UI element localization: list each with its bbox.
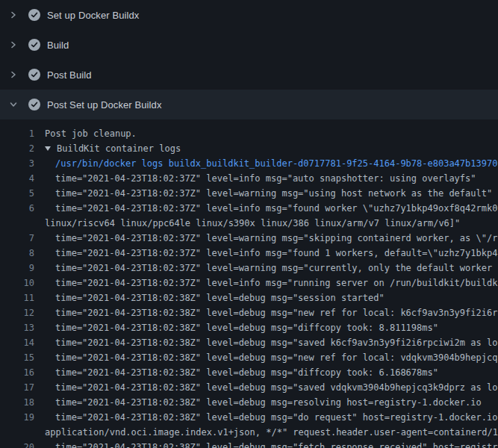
line-number-link[interactable]: 11 [0, 290, 34, 305]
check-circle-icon [28, 99, 40, 111]
log-line-content: time="2021-04-23T18:02:38Z" level=debug … [45, 440, 498, 448]
log-text: time="2021-04-23T18:02:37Z" level=warnin… [55, 188, 492, 199]
log-text: time="2021-04-23T18:02:37Z" level=warnin… [55, 263, 498, 273]
log-line-content: time="2021-04-23T18:02:37Z" level=warnin… [45, 261, 498, 276]
check-circle-icon [28, 39, 40, 51]
line-number-link[interactable]: 18 [0, 395, 34, 410]
chevron-right-icon[interactable] [9, 40, 18, 49]
step-label: Set up Docker Buildx [47, 10, 139, 21]
log-line-content: application/vnd.oci.image.index.v1+json,… [45, 425, 498, 440]
log-line-content: time="2021-04-23T18:02:38Z" level=debug … [45, 335, 498, 350]
log-line-content: BuildKit container logs [45, 141, 498, 156]
log-line: 1 Post job cleanup. [0, 126, 498, 141]
line-number-link[interactable]: 5 [0, 186, 34, 201]
log-text: linux/riscv64 linux/ppc64le linux/s390x … [45, 218, 460, 228]
log-line-content: /usr/bin/docker logs buildx_buildkit_bui… [45, 156, 498, 171]
log-line: linux/riscv64 linux/ppc64le linux/s390x … [0, 216, 498, 231]
log-line-content: time="2021-04-23T18:02:38Z" level=debug … [45, 290, 498, 305]
line-number-link[interactable]: 20 [0, 440, 34, 448]
log-line: 15 time="2021-04-23T18:02:38Z" level=deb… [0, 350, 498, 365]
log-text: time="2021-04-23T18:02:38Z" level=debug … [55, 412, 498, 423]
line-number-link[interactable]: 12 [0, 305, 34, 320]
log-line-content: time="2021-04-23T18:02:37Z" level=warnin… [45, 186, 498, 201]
log-line-content: time="2021-04-23T18:02:37Z" level=warnin… [45, 231, 498, 246]
line-number-link[interactable]: 13 [0, 320, 34, 335]
log-line: 2 BuildKit container logs [0, 141, 498, 156]
log-line: 9 time="2021-04-23T18:02:37Z" level=warn… [0, 261, 498, 276]
log-line: 11 time="2021-04-23T18:02:38Z" level=deb… [0, 290, 498, 305]
line-number-link[interactable]: 10 [0, 276, 34, 290]
log-line: 5 time="2021-04-23T18:02:37Z" level=warn… [0, 186, 498, 201]
log-text: time="2021-04-23T18:02:38Z" level=debug … [55, 293, 385, 303]
check-circle-icon [28, 9, 40, 21]
line-number-link[interactable]: 9 [0, 261, 34, 276]
chevron-down-icon[interactable] [9, 100, 18, 109]
log-line: 19 time="2021-04-23T18:02:38Z" level=deb… [0, 410, 498, 425]
log-line: 7 time="2021-04-23T18:02:37Z" level=warn… [0, 231, 498, 246]
log-line-content: time="2021-04-23T18:02:38Z" level=debug … [45, 365, 498, 380]
log-text: time="2021-04-23T18:02:38Z" level=debug … [55, 367, 438, 378]
log-text: time="2021-04-23T18:02:38Z" level=debug … [55, 442, 498, 448]
log-text: time="2021-04-23T18:02:38Z" level=debug … [55, 323, 438, 333]
step-header[interactable]: Post Set up Docker Buildx [0, 90, 498, 119]
step-header[interactable]: Post Build [0, 60, 498, 90]
log-line: 3 /usr/bin/docker logs buildx_buildkit_b… [0, 156, 498, 171]
chevron-right-icon[interactable] [9, 10, 18, 19]
line-number-link[interactable]: 4 [0, 171, 34, 186]
log-line: 16 time="2021-04-23T18:02:38Z" level=deb… [0, 365, 498, 380]
line-number-link[interactable]: 2 [0, 141, 34, 156]
log-text: time="2021-04-23T18:02:37Z" level=warnin… [55, 233, 498, 243]
line-number-link[interactable]: 1 [0, 126, 34, 141]
step-header[interactable]: Build [0, 30, 498, 60]
step-label: Post Set up Docker Buildx [47, 99, 162, 111]
log-text: time="2021-04-23T18:02:38Z" level=debug … [55, 397, 482, 408]
chevron-right-icon[interactable] [9, 70, 18, 79]
log-line-content: time="2021-04-23T18:02:37Z" level=info m… [45, 246, 498, 261]
log-line: application/vnd.oci.image.index.v1+json,… [0, 425, 498, 440]
step-label: Post Build [47, 69, 92, 81]
workflow-log-viewer: Set up Docker Buildx Build P [0, 0, 498, 448]
line-number-link[interactable]: 7 [0, 231, 34, 246]
log-line-content: time="2021-04-23T18:02:37Z" level=info m… [45, 276, 498, 290]
log-line: 8 time="2021-04-23T18:02:37Z" level=info… [0, 246, 498, 261]
line-number-link[interactable]: 19 [0, 410, 34, 425]
line-number-link[interactable]: 17 [0, 380, 34, 395]
line-number-link[interactable]: 14 [0, 335, 34, 350]
log-line-content: time="2021-04-23T18:02:37Z" level=info m… [45, 171, 498, 186]
log-line-content: Post job cleanup. [45, 126, 498, 141]
log-line: 17 time="2021-04-23T18:02:38Z" level=deb… [0, 380, 498, 395]
line-number-link[interactable]: 3 [0, 156, 34, 171]
log-line: 10 time="2021-04-23T18:02:37Z" level=inf… [0, 276, 498, 290]
log-line: 14 time="2021-04-23T18:02:38Z" level=deb… [0, 335, 498, 350]
log-text: time="2021-04-23T18:02:37Z" level=info m… [55, 203, 498, 214]
check-circle-icon [28, 69, 40, 81]
step-header[interactable]: Set up Docker Buildx [0, 0, 498, 30]
log-text: time="2021-04-23T18:02:37Z" level=info m… [55, 248, 498, 258]
log-line-content: time="2021-04-23T18:02:38Z" level=debug … [45, 305, 498, 320]
group-triangle-down-icon[interactable] [45, 146, 51, 151]
line-number-link[interactable]: 16 [0, 365, 34, 380]
steps-list: Set up Docker Buildx Build P [0, 0, 498, 119]
line-number-link[interactable] [0, 216, 34, 231]
log-text: application/vnd.oci.image.index.v1+json,… [45, 427, 498, 438]
log-text: time="2021-04-23T18:02:37Z" level=info m… [55, 278, 498, 288]
log-line-content: linux/riscv64 linux/ppc64le linux/s390x … [45, 216, 498, 231]
log-text: time="2021-04-23T18:02:38Z" level=debug … [55, 337, 498, 348]
log-line: 13 time="2021-04-23T18:02:38Z" level=deb… [0, 320, 498, 335]
log-line: 18 time="2021-04-23T18:02:38Z" level=deb… [0, 395, 498, 410]
line-number-link[interactable] [0, 425, 34, 440]
log-text: time="2021-04-23T18:02:38Z" level=debug … [55, 352, 498, 363]
log-line-content: time="2021-04-23T18:02:38Z" level=debug … [45, 320, 498, 335]
line-number-link[interactable]: 8 [0, 246, 34, 261]
log-text: /usr/bin/docker logs buildx_buildkit_bui… [55, 158, 497, 169]
log-area: 1 Post job cleanup. 2 BuildKit container… [0, 119, 498, 448]
log-line-content: time="2021-04-23T18:02:38Z" level=debug … [45, 410, 498, 425]
log-text: Post job cleanup. [45, 128, 137, 139]
line-number-link[interactable]: 6 [0, 201, 34, 216]
log-line-content: time="2021-04-23T18:02:38Z" level=debug … [45, 350, 498, 365]
log-text: time="2021-04-23T18:02:38Z" level=debug … [55, 382, 498, 393]
log-line: 6 time="2021-04-23T18:02:37Z" level=info… [0, 201, 498, 216]
line-number-link[interactable]: 15 [0, 350, 34, 365]
log-text: time="2021-04-23T18:02:37Z" level=info m… [55, 173, 476, 184]
log-line: 20 time="2021-04-23T18:02:38Z" level=deb… [0, 440, 498, 448]
